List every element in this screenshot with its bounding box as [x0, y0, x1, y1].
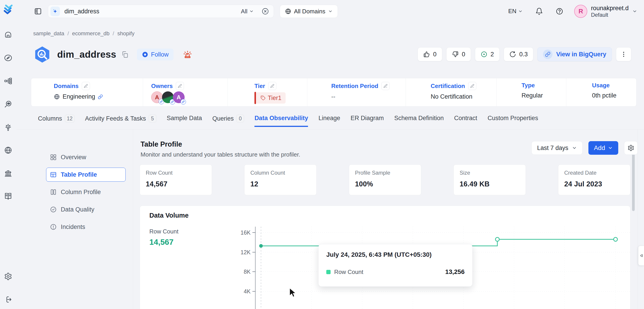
glossary-book-icon[interactable] [4, 192, 13, 201]
check-circle-icon [50, 206, 57, 213]
governance-bank-icon[interactable] [4, 169, 13, 178]
data-point-step[interactable] [496, 237, 500, 241]
discover-compass-icon[interactable] [4, 53, 13, 63]
owner-avatars: A A [151, 91, 228, 103]
settings-gear-icon[interactable] [4, 272, 13, 281]
web-globe-icon[interactable] [4, 146, 13, 155]
tab-columns[interactable]: Columns12 [38, 115, 74, 126]
user-meta: rounakpreet.d Default [591, 5, 629, 18]
table-icon [50, 171, 57, 178]
insights-bulb-icon[interactable] [4, 123, 13, 132]
content-divider [133, 129, 133, 309]
tier-label: Tier [254, 83, 265, 90]
domain-value[interactable]: Engineering [54, 93, 143, 100]
observability-subnav: Overview Table Profile Column Profile Da… [46, 150, 126, 237]
add-label: Add [594, 144, 605, 152]
subnav-overview[interactable]: Overview [46, 150, 126, 164]
search-input[interactable] [64, 8, 241, 15]
stat-value: 24 Jul 2023 [564, 180, 624, 188]
chart-metric-value: 14,567 [149, 237, 174, 246]
expand-panel-handle[interactable] [638, 246, 644, 265]
profile-search-eye-icon[interactable] [4, 100, 13, 109]
edit-owners-icon[interactable] [176, 82, 184, 90]
tab-contract[interactable]: Contract [454, 115, 477, 126]
data-point-start[interactable] [259, 244, 263, 248]
all-domains-dropdown[interactable]: All Domains [280, 5, 338, 18]
meta-tier: Tier Tier1 [228, 78, 307, 106]
user-menu-chevron-icon[interactable] [632, 9, 637, 14]
globe-icon [285, 8, 291, 15]
notifications-bell-icon[interactable] [535, 8, 543, 15]
edit-domains-icon[interactable] [82, 82, 90, 90]
tab-badge: 5 [149, 115, 156, 122]
tab-data-observability[interactable]: Data Observability [254, 115, 308, 127]
domain-name: Engineering [62, 93, 95, 100]
view-in-bigquery-button[interactable]: View in BigQuery [537, 47, 612, 61]
breadcrumb-item[interactable]: ecommerce_db [72, 30, 109, 37]
follow-button[interactable]: Follow [137, 49, 174, 60]
more-actions-button[interactable] [616, 47, 631, 61]
downvote-button[interactable]: 0 [446, 47, 471, 61]
circle-dot-icon [481, 51, 488, 58]
logout-icon[interactable] [4, 295, 13, 304]
columns-icon [50, 189, 57, 195]
type-value: Regular [522, 92, 543, 99]
tab-sample-data[interactable]: Sample Data [167, 115, 202, 126]
add-button[interactable]: Add [588, 141, 618, 155]
domains-label: Domains [54, 83, 79, 90]
tab-lineage[interactable]: Lineage [318, 115, 340, 126]
subnav-table-profile[interactable]: Table Profile [46, 168, 126, 182]
subnav-column-profile[interactable]: Column Profile [46, 185, 126, 199]
breadcrumb-item[interactable]: sample_data [33, 30, 64, 37]
freshness-button[interactable]: 0.3 [504, 47, 534, 61]
date-range-dropdown[interactable]: Last 7 days [532, 141, 582, 155]
search-scope-dropdown[interactable]: All [241, 8, 254, 15]
user-initial: R [578, 8, 583, 15]
tooltip-value: 13,256 [445, 268, 464, 275]
tab-er-diagram[interactable]: ER Diagram [351, 115, 384, 126]
usage-label: Usage [592, 82, 610, 89]
subnav-data-quality[interactable]: Data Quality [46, 202, 126, 216]
kebab-menu-icon [620, 51, 627, 58]
breadcrumb-item[interactable]: shopify [117, 30, 134, 37]
user-avatar[interactable]: R [574, 5, 587, 18]
language-dropdown[interactable]: EN [508, 8, 523, 15]
profile-settings-button[interactable] [624, 141, 638, 155]
avatar-initial: A [177, 94, 181, 101]
chevron-down-icon [608, 145, 613, 150]
copy-name-icon[interactable] [121, 51, 129, 58]
tabs-divider [16, 129, 644, 129]
tier-value[interactable]: Tier1 [254, 92, 307, 104]
tab-custom-properties[interactable]: Custom Properties [488, 115, 538, 126]
breadcrumb-separator: / [67, 30, 69, 37]
global-search-bar[interactable]: All [48, 5, 274, 18]
upvote-button[interactable]: 0 [418, 47, 442, 61]
owner-avatar[interactable]: A [173, 91, 184, 103]
subnav-incidents[interactable]: Incidents [46, 220, 126, 234]
data-point-end[interactable] [614, 237, 618, 241]
tab-schema-definition[interactable]: Schema Definition [394, 115, 444, 126]
edit-retention-icon[interactable] [382, 82, 390, 90]
retention-value: -- [331, 93, 335, 100]
stat-label: Row Count [146, 170, 206, 176]
atlan-logo[interactable] [3, 4, 14, 15]
edit-certification-icon[interactable] [468, 82, 476, 90]
search-clear-icon[interactable] [262, 8, 269, 15]
edit-tier-icon[interactable] [268, 82, 276, 90]
home-icon[interactable] [4, 30, 13, 39]
sidebar-toggle-icon[interactable] [34, 7, 42, 15]
tab-activity-feeds[interactable]: Activity Feeds & Tasks5 [85, 115, 156, 126]
owner-avatar[interactable] [162, 91, 174, 103]
chart-tooltip: July 24, 2025, 6:43 PM (UTC+05:30) Row C… [318, 244, 472, 286]
stat-label: Size [460, 170, 520, 176]
scrollbar-thumb[interactable] [632, 147, 635, 211]
lineage-flow-icon[interactable] [4, 77, 13, 86]
owner-avatar[interactable]: A [151, 91, 163, 103]
popularity-score-button[interactable]: 2 [475, 47, 500, 61]
tab-queries[interactable]: Queries0 [212, 115, 244, 126]
alert-siren-icon[interactable] [182, 50, 192, 60]
freshness-value: 0.3 [519, 51, 528, 58]
page-title: dim_address [57, 49, 116, 60]
help-icon[interactable] [556, 8, 563, 15]
stat-created-date: Created Date 24 Jul 2023 [558, 164, 630, 195]
